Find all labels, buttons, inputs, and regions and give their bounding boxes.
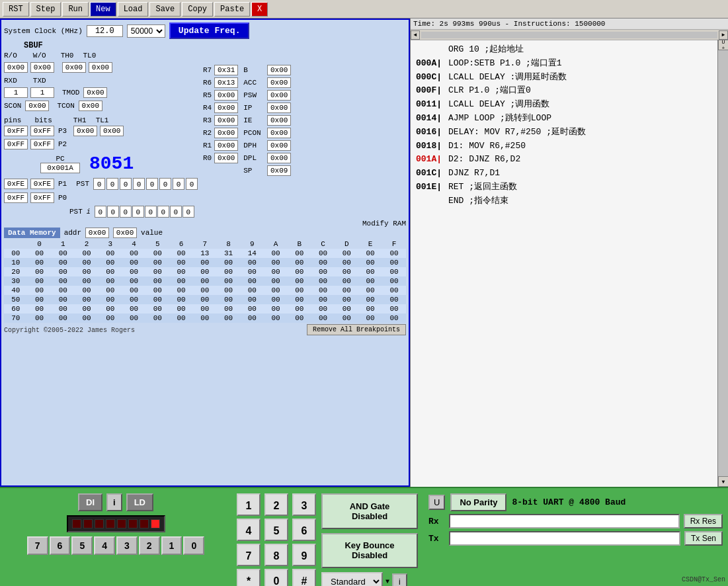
mem-cell[interactable]: 00 (169, 276, 193, 286)
p0-pins-input[interactable]: 0xFF (4, 192, 28, 203)
r2-input[interactable]: 0x00 (214, 128, 238, 138)
paste-button[interactable]: Paste (214, 2, 250, 17)
kp-9[interactable]: 9 (292, 544, 316, 566)
di-i-button[interactable]: i (106, 493, 122, 511)
v-scrollbar[interactable]: U+ ▼ (717, 40, 728, 487)
mem-cell[interactable]: 00 (311, 258, 335, 267)
mem-cell[interactable]: 00 (75, 249, 99, 258)
mem-cell[interactable]: 00 (52, 276, 75, 286)
run-button[interactable]: Run (62, 2, 89, 17)
mem-cell[interactable]: 00 (288, 304, 311, 314)
mem-cell[interactable]: 00 (288, 314, 311, 323)
txd-input[interactable]: 1 (30, 87, 54, 98)
tcon-input[interactable]: 0x00 (79, 101, 102, 111)
mem-cell[interactable]: 00 (311, 314, 335, 323)
scroll-right-arrow[interactable]: ► (719, 30, 728, 40)
mem-cell[interactable]: 00 (241, 295, 264, 304)
mem-cell[interactable]: 00 (264, 304, 288, 314)
r6-input[interactable]: 0x13 (214, 77, 238, 88)
acc-input[interactable]: 0x00 (267, 77, 291, 88)
mem-cell[interactable]: 00 (193, 286, 217, 295)
num-2[interactable]: 2 (139, 536, 160, 555)
r7-input[interactable]: 0x31 (214, 65, 238, 75)
kp-star[interactable]: * (237, 569, 261, 586)
kp-7[interactable]: 7 (237, 544, 261, 566)
remove-breakpoints-button[interactable]: Remove All Breakpoints (307, 324, 406, 335)
p2-pins-input[interactable]: 0xFF (4, 139, 28, 149)
mem-cell[interactable]: 00 (382, 304, 406, 314)
tx-send-button[interactable]: Tx Sen (684, 531, 723, 546)
tl0-input[interactable]: 0x00 (89, 62, 112, 73)
mem-cell[interactable]: 00 (99, 249, 122, 258)
mem-cell[interactable]: 00 (75, 295, 99, 304)
mem-cell[interactable]: 00 (52, 249, 75, 258)
mem-cell[interactable]: 00 (241, 286, 264, 295)
p2-bits-input[interactable]: 0xFF (30, 139, 54, 149)
h-scrollbar[interactable]: ◄ ► (411, 30, 728, 40)
mem-cell[interactable]: 00 (335, 304, 359, 314)
mem-cell[interactable]: 00 (28, 295, 52, 304)
rxd-input[interactable]: 1 (4, 87, 28, 98)
mem-cell[interactable]: 00 (264, 286, 288, 295)
update-freq-button[interactable]: Update Freq. (169, 22, 250, 39)
mem-cell[interactable]: 00 (288, 267, 311, 276)
ie-input[interactable]: 0x00 (267, 115, 291, 126)
key-bounce-button[interactable]: Key Bounce Disabled (321, 533, 418, 569)
kp-hash[interactable]: # (292, 569, 316, 586)
step-button[interactable]: Step (30, 2, 61, 17)
mem-cell[interactable]: 00 (358, 304, 382, 314)
addr-input[interactable]: 0x00 (85, 228, 109, 238)
uart-u-button[interactable]: U (428, 495, 445, 510)
di-button[interactable]: DI (78, 493, 102, 511)
mem-cell[interactable]: 00 (52, 258, 75, 267)
kp-6[interactable]: 6 (292, 519, 316, 541)
mem-cell[interactable]: 00 (75, 258, 99, 267)
r0-input[interactable]: 0x00 (214, 153, 238, 163)
mem-cell[interactable]: 00 (99, 267, 122, 276)
mem-cell[interactable]: 00 (52, 267, 75, 276)
mem-cell[interactable]: 00 (193, 258, 217, 267)
mem-cell[interactable]: 00 (311, 286, 335, 295)
mem-cell[interactable]: 00 (28, 258, 52, 267)
mem-cell[interactable]: 00 (217, 276, 241, 286)
dph-input[interactable]: 0x00 (267, 140, 291, 151)
mem-cell[interactable]: 00 (122, 304, 146, 314)
num-0[interactable]: 0 (183, 536, 204, 555)
mem-cell[interactable]: 00 (193, 276, 217, 286)
mem-cell[interactable]: 00 (146, 267, 170, 276)
mem-cell[interactable]: 00 (99, 314, 122, 323)
mem-cell[interactable]: 00 (217, 314, 241, 323)
kp-2[interactable]: 2 (264, 493, 288, 516)
mem-cell[interactable]: 31 (217, 249, 241, 258)
mem-cell[interactable]: 00 (311, 249, 335, 258)
value-input[interactable]: 0x00 (113, 228, 137, 238)
wo-input[interactable]: 0x00 (30, 62, 54, 73)
freq-select[interactable]: 50000 (127, 24, 165, 38)
kp-3[interactable]: 3 (292, 493, 316, 516)
close-button[interactable]: X (251, 2, 268, 17)
h-scroll-track[interactable] (421, 32, 717, 38)
mem-cell[interactable]: 00 (358, 295, 382, 304)
copy-button[interactable]: Copy (182, 2, 213, 17)
clock-input[interactable]: 12.0 (87, 25, 123, 37)
psw-input[interactable]: 0x00 (267, 90, 291, 101)
mem-cell[interactable]: 00 (311, 295, 335, 304)
mem-cell[interactable]: 00 (99, 295, 122, 304)
mem-cell[interactable]: 00 (146, 258, 170, 267)
mem-cell[interactable]: 00 (169, 295, 193, 304)
mem-cell[interactable]: 00 (382, 267, 406, 276)
mem-cell[interactable]: 00 (264, 249, 288, 258)
r1-input[interactable]: 0x00 (214, 140, 238, 151)
rx-input[interactable] (449, 514, 680, 528)
mem-cell[interactable]: 00 (99, 276, 122, 286)
mem-cell[interactable]: 00 (335, 314, 359, 323)
dpl-input[interactable]: 0x00 (267, 153, 291, 163)
mem-cell[interactable]: 00 (146, 276, 170, 286)
mem-cell[interactable]: 00 (169, 267, 193, 276)
mem-cell[interactable]: 00 (335, 258, 359, 267)
mem-cell[interactable]: 00 (358, 267, 382, 276)
mem-cell[interactable]: 00 (288, 276, 311, 286)
mem-cell[interactable]: 00 (122, 258, 146, 267)
r4-input[interactable]: 0x00 (214, 103, 238, 113)
num-5[interactable]: 5 (71, 536, 93, 555)
